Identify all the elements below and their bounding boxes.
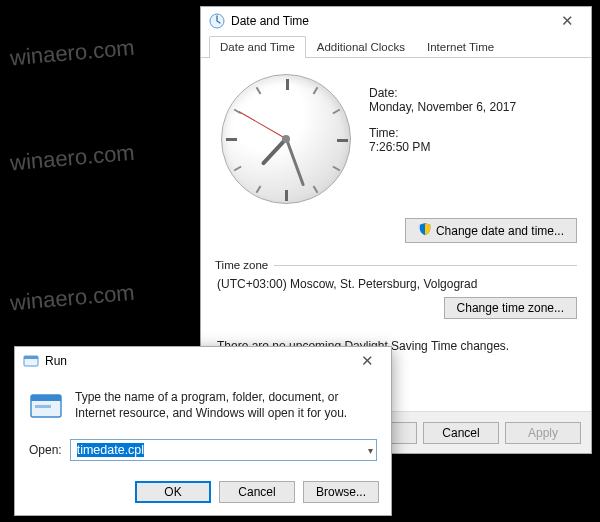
run-ok-button[interactable]: OK xyxy=(135,481,211,503)
titlebar[interactable]: Date and Time ✕ xyxy=(201,7,591,35)
run-app-icon xyxy=(29,389,63,423)
timezone-header: Time zone xyxy=(215,259,268,271)
date-label: Date: xyxy=(369,86,577,100)
window-title: Date and Time xyxy=(231,14,309,28)
run-titlebar[interactable]: Run ✕ xyxy=(15,347,391,375)
run-window: Run ✕ Type the name of a program, folder… xyxy=(14,346,392,516)
change-date-time-button[interactable]: Change date and time... xyxy=(405,218,577,243)
tabstrip: Date and Time Additional Clocks Internet… xyxy=(201,35,591,58)
open-combobox[interactable]: ▾ xyxy=(70,439,377,461)
svg-rect-2 xyxy=(24,356,38,359)
run-message: Type the name of a program, folder, docu… xyxy=(75,389,377,423)
apply-button[interactable]: Apply xyxy=(505,422,581,444)
run-browse-button[interactable]: Browse... xyxy=(303,481,379,503)
run-window-title: Run xyxy=(45,354,67,368)
open-label: Open: xyxy=(29,443,62,457)
time-label: Time: xyxy=(369,126,577,140)
run-close-button[interactable]: ✕ xyxy=(347,349,387,373)
date-value: Monday, November 6, 2017 xyxy=(369,100,577,114)
change-timezone-button[interactable]: Change time zone... xyxy=(444,297,577,319)
clock-icon xyxy=(209,13,225,29)
svg-rect-5 xyxy=(35,405,51,408)
run-icon xyxy=(23,353,39,369)
timezone-value: (UTC+03:00) Moscow, St. Petersburg, Volg… xyxy=(217,277,575,291)
shield-icon xyxy=(418,222,432,239)
close-button[interactable]: ✕ xyxy=(547,9,587,33)
run-cancel-button[interactable]: Cancel xyxy=(219,481,295,503)
change-date-time-label: Change date and time... xyxy=(436,224,564,238)
svg-rect-4 xyxy=(31,395,61,401)
analog-clock xyxy=(221,74,351,204)
tab-additional-clocks[interactable]: Additional Clocks xyxy=(306,36,416,58)
open-input[interactable] xyxy=(70,439,377,461)
tab-date-and-time[interactable]: Date and Time xyxy=(209,36,306,58)
time-value: 7:26:50 PM xyxy=(369,140,577,154)
tab-internet-time[interactable]: Internet Time xyxy=(416,36,505,58)
cancel-button[interactable]: Cancel xyxy=(423,422,499,444)
